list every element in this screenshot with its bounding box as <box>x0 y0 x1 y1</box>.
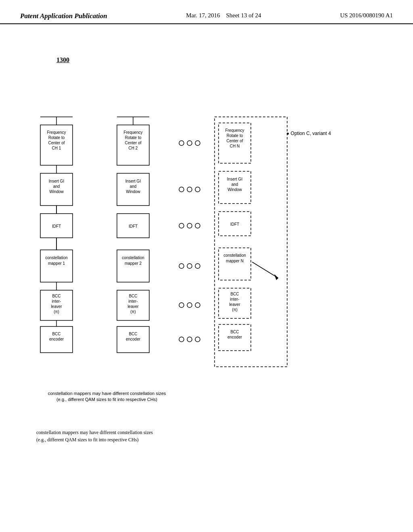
svg-text:BCC: BCC <box>129 332 137 336</box>
svg-text:encoder: encoder <box>227 335 242 339</box>
svg-text:Window: Window <box>126 189 140 194</box>
svg-text:Frequency: Frequency <box>47 130 66 135</box>
svg-point-66 <box>187 264 192 268</box>
svg-text:IDFT: IDFT <box>230 222 239 227</box>
svg-text:constellation: constellation <box>223 253 246 258</box>
svg-text:BCC: BCC <box>52 332 60 336</box>
svg-text:inter-: inter- <box>230 297 240 301</box>
svg-text:(π): (π) <box>130 310 136 314</box>
svg-text:Rotate to: Rotate to <box>227 133 243 138</box>
svg-point-68 <box>179 303 184 308</box>
svg-text:Center of: Center of <box>226 139 243 143</box>
svg-text:(π): (π) <box>232 308 238 312</box>
svg-text:CH 2: CH 2 <box>129 146 138 150</box>
svg-text:inter-: inter- <box>52 299 61 303</box>
diagram-svg: BCC encoder BCC inter- leaver (π) conste… <box>28 64 359 435</box>
svg-text:BCC: BCC <box>52 294 60 298</box>
header-left-title: Patent Application Publication <box>20 12 107 20</box>
svg-text:mapper 1: mapper 1 <box>48 261 65 266</box>
svg-text:Frequency: Frequency <box>225 128 244 133</box>
svg-text:Center of: Center of <box>48 141 65 145</box>
svg-text:inter-: inter- <box>129 299 138 303</box>
svg-text:and: and <box>232 182 238 187</box>
svg-text:constellation: constellation <box>122 256 144 260</box>
svg-point-72 <box>187 337 192 342</box>
svg-rect-8 <box>40 250 73 282</box>
svg-point-63 <box>187 223 192 228</box>
svg-text:(e.g., different QAM sizes to : (e.g., different QAM sizes to fit into r… <box>56 397 157 402</box>
svg-text:and: and <box>53 184 60 189</box>
svg-text:IDFT: IDFT <box>52 224 61 229</box>
header-sheet: Sheet 13 of 24 <box>226 12 261 19</box>
svg-point-67 <box>195 264 200 268</box>
header-date: Mar. 17, 2016 <box>186 12 220 19</box>
svg-point-62 <box>179 223 184 228</box>
svg-text:constellation mappers may have: constellation mappers may have different… <box>48 391 166 396</box>
svg-text:Rotate to: Rotate to <box>125 135 142 140</box>
svg-point-64 <box>195 223 200 228</box>
svg-text:● Option C, variant 4: ● Option C, variant 4 <box>286 131 331 136</box>
svg-point-71 <box>179 337 184 342</box>
svg-point-57 <box>187 141 192 145</box>
svg-text:BCC: BCC <box>230 330 239 334</box>
svg-line-97 <box>252 262 278 278</box>
svg-text:Window: Window <box>227 187 242 192</box>
svg-text:Frequency: Frequency <box>123 130 142 135</box>
svg-text:encoder: encoder <box>126 337 141 341</box>
svg-text:Insert GI: Insert GI <box>125 179 141 183</box>
svg-point-65 <box>179 264 184 268</box>
svg-rect-40 <box>117 250 149 282</box>
svg-point-56 <box>179 141 184 145</box>
header-right-patent: US 2016/0080190 A1 <box>340 12 393 19</box>
figure-number-label: 1300 <box>56 56 69 64</box>
main-content: 1300 BCC encoder BCC inter- leaver (π) c… <box>0 24 413 524</box>
svg-point-70 <box>195 303 200 308</box>
svg-text:(π): (π) <box>54 310 59 314</box>
svg-point-69 <box>187 303 192 308</box>
svg-text:Window: Window <box>49 189 64 194</box>
svg-point-61 <box>195 187 200 192</box>
svg-text:leaver: leaver <box>51 304 62 309</box>
svg-text:constellation: constellation <box>45 256 68 260</box>
svg-text:BCC: BCC <box>230 292 239 296</box>
svg-point-60 <box>187 187 192 192</box>
svg-text:mapper 2: mapper 2 <box>125 261 142 266</box>
svg-text:IDFT: IDFT <box>129 224 138 229</box>
svg-marker-98 <box>274 274 278 280</box>
svg-text:leaver: leaver <box>127 304 139 309</box>
svg-text:BCC: BCC <box>129 294 137 298</box>
svg-rect-83 <box>219 248 251 280</box>
svg-text:Center of: Center of <box>125 141 141 145</box>
svg-point-59 <box>179 187 184 192</box>
svg-text:Insert GI: Insert GI <box>227 177 242 181</box>
note-text: constellation mappers may have different… <box>36 429 153 443</box>
page-header: Patent Application Publication Mar. 17, … <box>0 0 413 24</box>
svg-text:mapper N: mapper N <box>226 259 244 263</box>
svg-text:Insert GI: Insert GI <box>49 179 64 183</box>
svg-point-58 <box>195 141 200 145</box>
svg-text:leaver: leaver <box>229 302 240 307</box>
header-center-info: Mar. 17, 2016 Sheet 13 of 24 <box>186 12 261 19</box>
svg-text:CH N: CH N <box>230 144 240 148</box>
svg-text:and: and <box>130 184 137 189</box>
svg-text:Rotate to: Rotate to <box>48 135 65 140</box>
svg-text:CH 1: CH 1 <box>52 146 61 150</box>
svg-text:encoder: encoder <box>49 337 64 341</box>
svg-point-73 <box>195 337 200 342</box>
